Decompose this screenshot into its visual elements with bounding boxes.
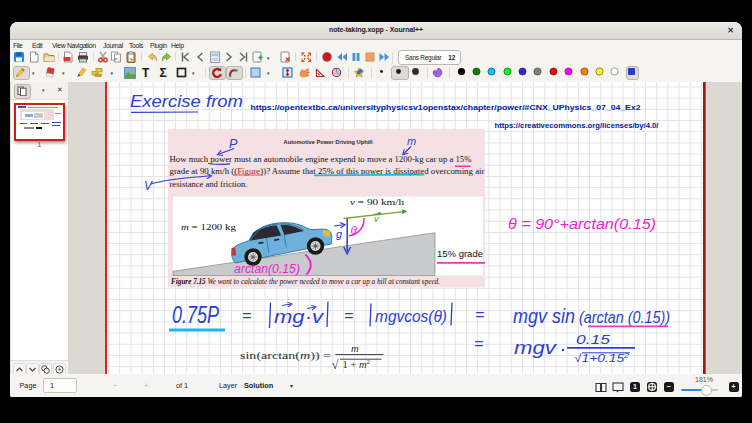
svg-text:=: = [474,335,483,352]
svg-text:m: m [407,135,416,147]
svg-text:sin(arctan(m)) =: sin(arctan(m)) = [240,350,331,362]
svg-text:mg·v: mg·v [274,307,325,327]
svg-text:mgv sin: mgv sin [513,305,575,327]
svg-text:v: v [374,214,379,224]
svg-text:g: g [336,228,343,240]
svg-text:√: √ [332,357,340,372]
svg-text:Automotive Power Driving Uphil: Automotive Power Driving Uphill [284,139,373,145]
svg-text:15% grade: 15% grade [437,249,483,259]
svg-text:0.75P: 0.75P [172,302,220,328]
svg-text:How much power must an automob: How much power must an automobile engine… [170,154,472,164]
svg-text:=: = [475,306,484,323]
svg-text:Figure 7.15 We want to calcula: Figure 7.15 We want to calculate the pow… [171,278,440,286]
svg-text:=: = [242,307,251,324]
svg-text:arctan(0.15): arctan(0.15) [234,262,300,276]
svg-text:(arctan (0.15)): (arctan (0.15)) [579,309,670,326]
svg-text:Exercise from: Exercise from [130,92,243,110]
svg-text:m: m [351,343,359,354]
svg-text:=: = [344,307,353,324]
svg-text:θ = 90°+arctan(0.15): θ = 90°+arctan(0.15) [508,216,656,232]
svg-text:mgv: mgv [514,338,557,358]
svg-text:0.15: 0.15 [576,332,611,347]
svg-text:m = 1200 kg: m = 1200 kg [181,222,237,232]
svg-text:V: V [144,179,153,193]
svg-text:1 + m2: 1 + m2 [343,358,371,370]
svg-text:v = 90 km/h: v = 90 km/h [350,197,405,207]
svg-text:mgvcos(θ): mgvcos(θ) [375,308,447,325]
svg-text:https://opentextbc.ca/universi: https://opentextbc.ca/universityphysicsv… [251,103,642,112]
svg-text:resistance and friction.: resistance and friction. [170,179,248,189]
svg-text:https://creativecommons.org/li: https://creativecommons.org/licenses/by/… [495,121,660,130]
